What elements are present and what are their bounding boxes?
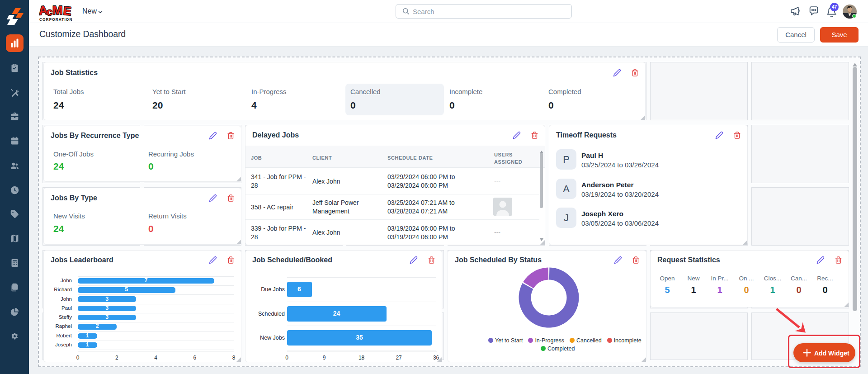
svg-text:CORPORATION: CORPORATION xyxy=(39,18,72,22)
svg-text:M: M xyxy=(52,4,63,17)
svg-text:E: E xyxy=(63,4,72,18)
svg-text:c: c xyxy=(46,6,53,18)
